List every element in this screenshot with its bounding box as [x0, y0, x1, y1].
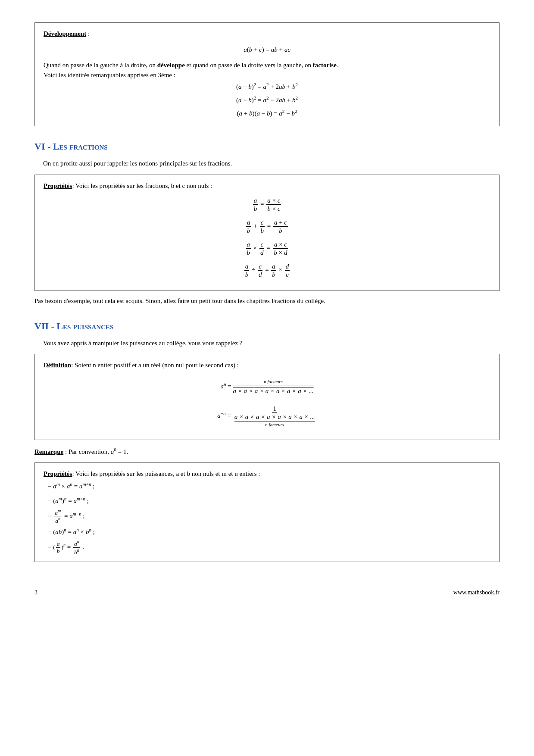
prop-5: − ( a b )n = an bn .	[48, 539, 490, 556]
fraction-prop-2: ab + cb = a + cb	[44, 219, 490, 234]
fractions-properties-box: Propriétés: Voici les propriétés sur les…	[34, 175, 500, 291]
puissances-intro: Vous avez appris à manipuler les puissan…	[43, 338, 500, 348]
section-vi-heading: VI - Les fractions	[34, 139, 500, 153]
developpement-title: Développement	[44, 30, 86, 37]
puissance-negative-formula: a−n = 1 a × a × a × a × a × a × a × ... …	[44, 405, 490, 428]
prop-2: − (am)n = am×n ;	[48, 494, 490, 508]
fraction-prop-4: ab ÷ cd = ab × dc	[44, 262, 490, 278]
prop-4: − (ab)n = an × bn ;	[48, 525, 490, 539]
remarque-text: : Par convention, a0 = 1.	[65, 448, 128, 455]
identities-block: (a + b)2 = a2 + 2ab + b2 (a − b)2 = a2 −…	[44, 80, 490, 120]
puissance-positive-formula: an = n facteurs a × a × a × a × a × a × …	[44, 378, 490, 396]
page-footer: 3 www.mathsbook.fr	[34, 588, 500, 597]
remarque-paragraph: Remarque : Par convention, a0 = 1.	[34, 446, 500, 457]
fractions-after-text: Pas besoin d'exemple, tout cela est acqu…	[34, 296, 500, 306]
developpement-colon: :	[88, 30, 90, 37]
puissances-definition-box: Définition: Soient n entier positif et a…	[34, 354, 500, 440]
fractions-intro: On en profite aussi pour rappeler les no…	[43, 159, 500, 169]
fractions-properties-header: Propriétés: Voici les propriétés sur les…	[44, 181, 490, 191]
page-number: 3	[34, 588, 37, 597]
fraction-prop-1: ab = a × cb × c	[44, 197, 490, 212]
puissances-properties-box: Propriétés: Voici les propriétés sur les…	[34, 462, 500, 562]
remarque-title: Remarque	[34, 448, 63, 455]
developpement-paragraph2: Voici les identités remarquables apprise…	[44, 70, 490, 80]
definition-header: Définition: Soient n entier positif et a…	[44, 360, 490, 370]
prop-1: − am × an = am+n ;	[48, 479, 490, 494]
fraction-prop-3: ab × cd = a × cb × d	[44, 241, 490, 256]
website-url: www.mathsbook.fr	[453, 588, 500, 597]
developpement-paragraph1: Quand on passe de la gauche à la droite,…	[44, 60, 490, 70]
puissances-properties-list: − am × an = am+n ; − (am)n = am×n ; − am…	[48, 479, 490, 556]
developpement-box: Développement : a(b + c) = ab + ac Quand…	[34, 22, 500, 126]
developpement-formula: a(b + c) = ab + ac	[44, 45, 490, 55]
prop-3: − am an = am−n ;	[48, 508, 490, 525]
puissances-properties-header: Propriétés: Voici les propriétés sur les…	[44, 469, 490, 479]
section-vii-heading: VII - Les puissances	[34, 319, 500, 333]
